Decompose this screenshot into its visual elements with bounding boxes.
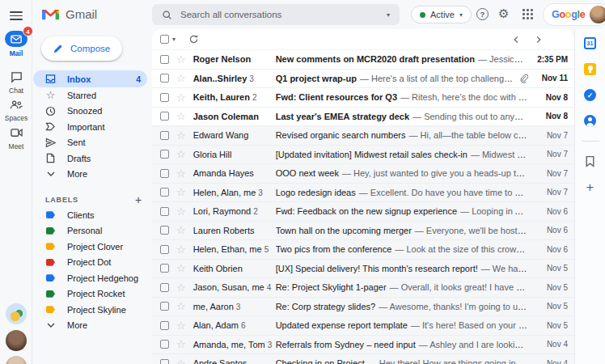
sidebar-labels-more[interactable]: More (33, 318, 152, 334)
contact-avatar[interactable] (6, 330, 27, 351)
sidebar-item-sent[interactable]: Sent (33, 135, 152, 151)
email-checkbox[interactable] (160, 283, 169, 292)
sidebar-item-inbox[interactable]: Inbox 4 (33, 70, 147, 87)
contacts-icon[interactable] (584, 115, 596, 127)
email-checkbox[interactable] (160, 55, 169, 64)
user-avatar[interactable] (590, 6, 605, 23)
sidebar-label-project-skyline[interactable]: Project Skyline (33, 302, 152, 318)
email-checkbox[interactable] (160, 112, 169, 121)
sidebar-item-snoozed[interactable]: Snoozed (33, 104, 152, 120)
star-icon[interactable]: ☆ (176, 339, 186, 349)
star-icon[interactable]: ☆ (176, 149, 186, 159)
star-icon[interactable]: ☆ (176, 111, 186, 121)
star-icon[interactable]: ☆ (176, 73, 186, 83)
search-bar[interactable]: ▾ (152, 4, 400, 25)
star-icon[interactable]: ☆ (176, 263, 186, 273)
star-icon[interactable]: ☆ (176, 168, 186, 179)
star-icon[interactable]: ☆ (176, 206, 186, 217)
star-icon[interactable]: ☆ (176, 130, 186, 141)
email-checkbox[interactable] (160, 74, 169, 83)
email-row[interactable]: ☆Helen, Ethan, me5Two pics from the conf… (152, 240, 574, 260)
status-selector[interactable]: Active ▾ (411, 6, 472, 23)
star-icon[interactable]: ☆ (176, 358, 186, 364)
email-checkbox[interactable] (160, 245, 169, 254)
email-checkbox[interactable] (160, 169, 169, 178)
settings-gear-icon[interactable]: ⚙ (498, 6, 509, 21)
email-checkbox[interactable] (160, 131, 169, 140)
sidebar-label-project-dot[interactable]: Project Dot (33, 255, 152, 271)
star-icon[interactable]: ☆ (176, 225, 186, 235)
star-icon[interactable]: ☆ (176, 320, 186, 331)
select-all-checkbox[interactable] (160, 35, 169, 44)
contact-avatar[interactable] (6, 356, 27, 364)
older-page-icon[interactable] (535, 36, 542, 44)
search-options-caret-icon[interactable]: ▾ (387, 11, 390, 19)
get-addons-plus-icon[interactable]: + (586, 181, 594, 194)
email-checkbox[interactable] (160, 359, 169, 364)
email-checkbox[interactable] (160, 226, 169, 235)
contact-avatar[interactable] (6, 303, 27, 324)
compose-button[interactable]: Compose (41, 36, 122, 61)
email-checkbox[interactable] (160, 93, 169, 102)
rail-item-meet[interactable]: Meet (0, 125, 32, 150)
refresh-icon[interactable] (188, 34, 199, 44)
star-icon[interactable]: ☆ (176, 92, 186, 103)
star-icon[interactable]: ☆ (176, 244, 186, 255)
email-row[interactable]: ☆me, Aaron3Re: Corp strategy slides?— Aw… (152, 298, 574, 317)
add-label-icon[interactable]: + (135, 193, 142, 206)
email-row[interactable]: ☆Alan..Shirley3Q1 project wrap-up— Here'… (152, 70, 574, 89)
calendar-icon[interactable]: 31 (584, 37, 596, 49)
email-row[interactable]: ☆Andre SantosChecking in on Project— Hey… (152, 354, 574, 364)
search-input[interactable] (180, 10, 379, 19)
star-icon[interactable]: ☆ (176, 301, 186, 311)
email-row[interactable]: ☆Edward WangRevised organic search numbe… (152, 126, 574, 146)
label-name: Project Hedgehog (67, 273, 138, 283)
email-checkbox[interactable] (160, 321, 169, 330)
email-sender: Alan, Adam6 (193, 320, 276, 330)
email-row[interactable]: ☆Alan, Adam6Updated expense report templ… (152, 316, 574, 336)
sidebar-label-personal[interactable]: Personal (33, 223, 152, 239)
email-date: 2:35 PM (532, 55, 568, 64)
email-row[interactable]: ☆Gloria Hill[Updated invitation] Midwest… (152, 146, 574, 165)
sidebar-label-clients[interactable]: Clients (33, 207, 152, 223)
apps-grid-icon[interactable] (522, 9, 533, 19)
email-checkbox[interactable] (160, 340, 169, 349)
sidebar-item-important[interactable]: Important (33, 119, 152, 135)
email-row[interactable]: ☆Lori, Raymond2Fwd: Feedback on the new … (152, 202, 574, 222)
sidebar-item-starred[interactable]: ☆ Starred (33, 87, 152, 104)
tasks-icon[interactable]: ✓ (584, 89, 596, 101)
addons-icon[interactable] (585, 155, 595, 167)
keep-icon[interactable] (584, 63, 596, 75)
sidebar-item-more[interactable]: More (33, 167, 152, 183)
select-caret-icon[interactable]: ▾ (172, 36, 176, 43)
help-icon[interactable]: ? (476, 8, 489, 20)
star-icon[interactable]: ☆ (176, 54, 186, 65)
email-row[interactable]: ☆Helen, Alan, me3Logo redesign ideas— Ex… (152, 184, 574, 203)
email-row[interactable]: ☆Jason, Susan, me4Re: Project Skylight 1… (152, 278, 574, 298)
rail-item-chat[interactable]: Chat (0, 70, 32, 95)
email-row[interactable]: ☆Lauren RobertsTown hall on the upcoming… (152, 222, 574, 241)
email-checkbox[interactable] (160, 207, 169, 216)
email-date: Nov 6 (532, 226, 568, 235)
google-account-pill[interactable]: Google (543, 3, 605, 26)
email-checkbox[interactable] (160, 188, 169, 197)
sidebar-label-project-clover[interactable]: Project Clover (33, 239, 152, 255)
email-row[interactable]: ☆Amanda HayesOOO next week— Hey, just wa… (152, 164, 574, 184)
email-row[interactable]: ☆Jason ColemanLast year's EMEA strategy … (152, 108, 574, 127)
email-checkbox[interactable] (160, 302, 169, 311)
sidebar-label-project-hedgehog[interactable]: Project Hedgehog (33, 270, 152, 286)
email-row[interactable]: ☆Amanda, me, Tom3Referrals from Sydney –… (152, 336, 574, 355)
email-checkbox[interactable] (160, 150, 169, 159)
newer-page-icon[interactable] (513, 36, 520, 44)
rail-item-mail[interactable]: 4 Mail (0, 31, 32, 57)
rail-item-spaces[interactable]: Spaces (0, 97, 32, 122)
email-row[interactable]: ☆Keith, Lauren2Fwd: Client resources for… (152, 88, 574, 108)
sidebar-label-project-rocket[interactable]: Project Rocket (33, 286, 152, 303)
email-row[interactable]: ☆Roger NelsonNew comments on MCR2020 dra… (152, 50, 574, 70)
menu-icon[interactable] (10, 9, 23, 23)
email-checkbox[interactable] (160, 264, 169, 273)
star-icon[interactable]: ☆ (176, 282, 186, 293)
email-row[interactable]: ☆Keith Obrien[UX] Special delivery! This… (152, 260, 574, 279)
sidebar-item-drafts[interactable]: Drafts (33, 150, 152, 167)
star-icon[interactable]: ☆ (176, 187, 186, 197)
